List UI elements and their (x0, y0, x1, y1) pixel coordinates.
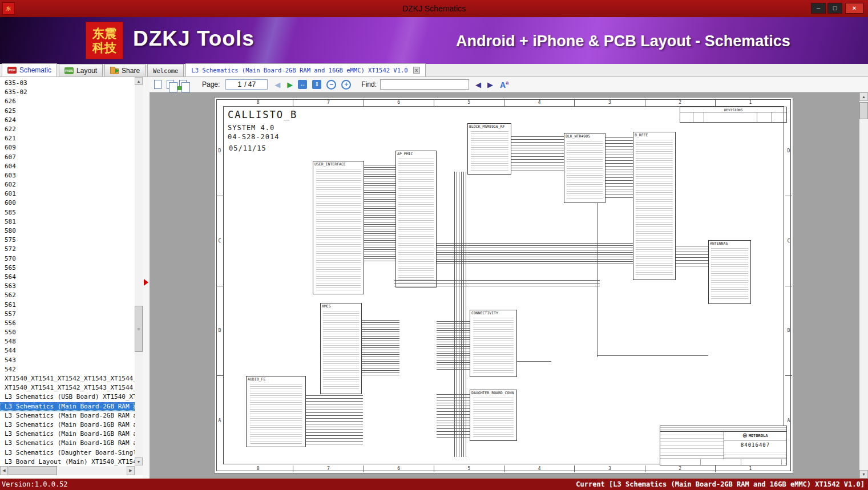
wire (597, 355, 708, 356)
block-rffe: B_RFFE (633, 132, 676, 280)
title-block-footer (660, 459, 786, 465)
splitter[interactable] (143, 77, 150, 479)
page-icon[interactable] (154, 80, 162, 89)
list-item[interactable]: L3 Schematics (Main Board-1GB RAM and (0, 439, 135, 448)
zoom-in-icon[interactable]: + (341, 80, 351, 90)
list-item[interactable]: L3 Schematics (USB Board) XT1540_XT154 (0, 392, 135, 402)
share-arrow-icon (115, 68, 119, 73)
schematic-datecode: 04-S28-2014 (228, 133, 279, 141)
vscroll-thumb[interactable] (859, 102, 868, 119)
list-item[interactable]: 602 (0, 180, 135, 189)
list-item[interactable]: 621 (0, 134, 135, 143)
list-item[interactable]: 561 (0, 301, 135, 310)
list-item[interactable]: 626 (0, 97, 135, 106)
list-item[interactable]: 601 (0, 189, 135, 199)
list-item[interactable]: 600 (0, 199, 135, 208)
list-item[interactable]: L3 Board Layout (Main) XT1540_XT1541_X (0, 457, 135, 466)
list-item[interactable]: L3 Schematics (Main Board-2GB RAM and (0, 402, 135, 411)
list-item[interactable]: 562 (0, 291, 135, 300)
scroll-left-icon[interactable]: ◀ (0, 466, 8, 475)
list-item[interactable]: 635-03 (0, 79, 135, 88)
page-label: Page: (202, 80, 220, 88)
list-item[interactable]: 585 (0, 208, 135, 217)
tab-welcome[interactable]: Welcome (147, 64, 184, 76)
maximize-button[interactable]: □ (827, 3, 842, 14)
page-input[interactable]: 1 / 47 (225, 79, 268, 90)
list-item[interactable]: L3 Schematics (Main Board-1GB RAM and (0, 430, 135, 439)
schematic-viewport[interactable]: 87654321 87654321 DCBA DCBA CALLISTO_B S… (150, 92, 859, 479)
list-item[interactable]: 635-02 (0, 88, 135, 97)
tab-layout[interactable]: PADS Layout (59, 64, 103, 76)
fit-page-icon[interactable]: ⇕ (312, 80, 321, 89)
list-item[interactable]: 624 (0, 116, 135, 125)
find-next-icon[interactable]: ▶ (487, 80, 493, 89)
list-item[interactable]: 570 (0, 254, 135, 264)
list-item[interactable]: 604 (0, 162, 135, 171)
prev-page-icon[interactable]: ◀ (274, 80, 280, 89)
multi-page-icon[interactable] (179, 80, 187, 89)
list-item[interactable]: XT1540_XT1541_XT1542_XT1543_XT1544_XT1 (0, 374, 135, 383)
next-page-icon[interactable]: ▶ (287, 80, 293, 89)
list-item[interactable]: 603 (0, 171, 135, 180)
block-label: AUDIO_FE (248, 377, 265, 382)
grid-label: 2 (645, 99, 715, 106)
scroll-down-icon[interactable]: ▼ (859, 470, 868, 479)
list-item[interactable]: 556 (0, 319, 135, 328)
content-vscrollbar[interactable]: ▲ ▼ (859, 92, 868, 479)
pin-rows (398, 159, 434, 284)
vscroll-thumb[interactable]: ≡ (135, 306, 143, 352)
list-item[interactable]: 564 (0, 273, 135, 282)
block-label: XMCS (322, 304, 331, 309)
list-item[interactable]: 625 (0, 107, 135, 116)
tab-document-active[interactable]: L3 Schematics (Main Board-2GB RAM and 16… (185, 63, 425, 76)
zoom-out-icon[interactable]: − (326, 80, 336, 90)
pin-rows (471, 131, 508, 171)
scroll-right-icon[interactable]: ▶ (127, 466, 135, 475)
list-item[interactable]: 557 (0, 310, 135, 319)
hscroll-thumb[interactable] (9, 466, 57, 475)
list-item[interactable]: 544 (0, 346, 135, 355)
current-document-text: Current [L3 Schematics (Main Board-2GB R… (576, 480, 865, 488)
list-item[interactable]: 575 (0, 236, 135, 245)
doc-number: 84016407 (724, 440, 786, 449)
list-item[interactable]: 572 (0, 245, 135, 254)
find-prev-icon[interactable]: ◀ (475, 80, 481, 89)
sidebar-vscrollbar[interactable]: ▲ ≡ ▼ (135, 77, 143, 465)
fit-width-icon[interactable]: ↔ (298, 80, 307, 89)
list-item[interactable]: 607 (0, 153, 135, 162)
copy-page-icon[interactable] (167, 80, 174, 89)
tab-share[interactable]: Share (104, 64, 146, 76)
scroll-up-icon[interactable]: ▲ (135, 77, 143, 85)
list-item[interactable]: 609 (0, 143, 135, 152)
block-label: BLOCK_MSM8916_RF (469, 124, 505, 129)
scroll-up-icon[interactable]: ▲ (859, 92, 868, 101)
list-item[interactable]: XT1540_XT1541_XT1542_XT1543_XT1544_XT1 (0, 383, 135, 392)
list-item[interactable]: L3 Schematics (Main Board-2GB RAM and (0, 411, 135, 420)
close-icon[interactable]: x (413, 67, 420, 74)
list-item[interactable]: 563 (0, 282, 135, 291)
list-item[interactable]: 548 (0, 337, 135, 346)
list-item[interactable]: 622 (0, 125, 135, 134)
minimize-button[interactable]: – (811, 3, 826, 14)
list-item[interactable]: L3 Schematics (Main Board-1GB RAM and (0, 420, 135, 430)
splitter-collapse-arrow[interactable] (144, 279, 148, 286)
pin-rows (316, 169, 360, 291)
match-case-icon[interactable]: Aa (500, 80, 508, 90)
list-item[interactable]: 550 (0, 328, 135, 337)
list-item[interactable]: 565 (0, 264, 135, 273)
find-input[interactable] (380, 79, 469, 90)
list-item[interactable]: L3 Schematics (Daughter Board-Single S (0, 448, 135, 457)
block-user-interface: USER_INTERFACE (313, 161, 364, 294)
sidebar-hscrollbar[interactable]: ◀ ▶ (0, 466, 143, 475)
scroll-down-icon[interactable]: ▼ (135, 457, 143, 465)
grid-label: 6 (364, 465, 434, 472)
list-item[interactable]: 543 (0, 356, 135, 365)
list-item[interactable]: 581 (0, 217, 135, 226)
revisions-table: REVISIONS (680, 107, 787, 123)
list-item[interactable]: 542 (0, 365, 135, 374)
close-button[interactable]: × (845, 3, 863, 14)
tab-schematic[interactable]: PDF Schematic (2, 63, 57, 76)
tab-label: Layout (76, 67, 97, 75)
list-item[interactable]: 580 (0, 226, 135, 236)
wire-bundle (511, 136, 564, 172)
